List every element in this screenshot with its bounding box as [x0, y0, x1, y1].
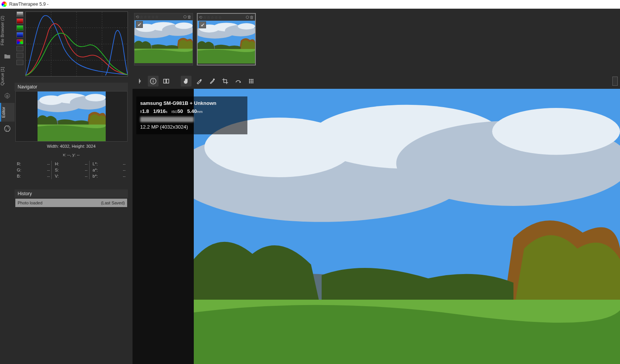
svg-point-20	[213, 79, 214, 80]
before-after-button[interactable]	[161, 76, 172, 87]
thumb-rating[interactable]: ☆☆☆☆☆	[203, 15, 245, 20]
thumbnail-2[interactable]: ⟲ ☆☆☆☆☆ 🗑 ✔	[197, 13, 256, 65]
nav-S-label: S:	[52, 167, 61, 173]
thumb-image	[198, 21, 255, 64]
nav-a-label: a*:	[89, 167, 99, 173]
svg-point-7	[6, 95, 9, 98]
nav-a-value: --	[99, 167, 127, 173]
exif-iso-value: 50	[177, 108, 183, 114]
thumb-color-label-icon[interactable]	[246, 16, 249, 19]
exif-filename-redacted	[140, 117, 194, 122]
svg-rect-16	[153, 81, 154, 83]
toggle-left-panel-button[interactable]	[135, 76, 146, 87]
histogram-mode-toggle[interactable]	[16, 46, 23, 51]
histogram-luma-toggle[interactable]	[16, 11, 23, 17]
nav-H-label: H:	[52, 161, 61, 167]
svg-point-8	[5, 126, 10, 131]
navigator-title: Navigator	[15, 83, 128, 91]
navigator-preview[interactable]	[15, 91, 128, 142]
nav-R-label: R:	[15, 161, 23, 167]
tab-editor[interactable]: Editor	[0, 103, 15, 122]
exif-shutter: 1/916	[153, 108, 166, 114]
tab-queue[interactable]: Queue [1]	[0, 63, 15, 89]
crop-button[interactable]	[220, 76, 231, 87]
nav-S-value: --	[61, 167, 89, 173]
histogram-channel-buttons	[15, 11, 25, 65]
aperture-icon[interactable]	[3, 125, 11, 132]
exif-shutter-unit: s	[165, 110, 167, 114]
editor-toolbar	[133, 74, 620, 88]
exif-focal-unit: mm	[197, 110, 203, 114]
white-balance-picker-button[interactable]	[194, 76, 204, 87]
filmstrip: ⟲ ☆☆☆☆☆ 🗑 ✔ ⟲ ☆☆☆☆☆ 🗑 ✔	[133, 11, 620, 67]
history-entry[interactable]: Photo loaded (Last Saved)	[15, 199, 127, 207]
nav-L-label: L*:	[89, 161, 99, 167]
left-tab-rail: File Browser (2) Queue [1] Editor	[0, 9, 15, 364]
exif-focal: 5.40	[187, 108, 197, 114]
thumbnail-1[interactable]: ⟲ ☆☆☆☆☆ 🗑 ✔	[134, 13, 193, 65]
nav-b-value: --	[99, 173, 127, 179]
trash-icon[interactable]: 🗑	[250, 15, 254, 20]
nav-V-label: V:	[52, 173, 61, 179]
svg-rect-19	[167, 79, 169, 83]
exif-megapixels: 12.2 MP (4032x3024)	[140, 123, 244, 131]
perspective-button[interactable]	[246, 76, 257, 87]
window-title: RawTherapee 5.9 -	[9, 2, 49, 7]
histogram-bar-toggle[interactable]	[16, 53, 23, 58]
nav-G-label: G:	[15, 167, 23, 173]
folder-icon[interactable]	[3, 52, 11, 60]
histogram-panel	[25, 11, 128, 77]
nav-G-value: --	[23, 167, 52, 173]
toggle-right-panel-button[interactable]	[612, 77, 618, 86]
histogram-chroma-toggle[interactable]	[16, 39, 23, 44]
gear-icon[interactable]	[3, 92, 11, 100]
nav-V-value: --	[61, 173, 89, 179]
histogram-opt-toggle[interactable]	[16, 60, 23, 65]
thumb-profile-icon[interactable]: ⟲	[199, 15, 202, 20]
tab-file-browser[interactable]: File Browser (2)	[0, 12, 15, 49]
main-preview[interactable]: samsung SM-G981B + Unknown f/1.8 1/916s …	[133, 89, 620, 364]
navigator-dimensions: Width: 4032, Height: 3024	[15, 144, 128, 149]
navigator-color-readout: R:-- H:-- L*:-- G:-- S:-- a*:-- B:-- V:-…	[15, 161, 127, 179]
exif-camera: samsung SM-G981B + Unknown	[140, 100, 244, 108]
exif-iso-prefix: ISO	[172, 110, 178, 114]
window-titlebar: RawTherapee 5.9 -	[0, 0, 620, 9]
history-entry-label: Photo loaded	[18, 201, 43, 205]
history-entry-saved: (Last Saved)	[101, 201, 125, 205]
exif-f-value: 1.8	[142, 108, 149, 114]
preview-image	[194, 89, 620, 364]
thumb-color-label-icon[interactable]	[183, 15, 186, 18]
thumb-image	[134, 20, 193, 63]
info-button[interactable]	[148, 76, 159, 87]
thumb-profile-icon[interactable]: ⟲	[136, 15, 139, 20]
svg-point-17	[153, 79, 154, 80]
exif-info-overlay: samsung SM-G981B + Unknown f/1.8 1/916s …	[136, 96, 247, 134]
thumb-checkbox[interactable]: ✔	[199, 21, 206, 28]
nav-B-value: --	[23, 173, 52, 179]
thumb-checkbox[interactable]: ✔	[136, 21, 143, 28]
svg-rect-18	[164, 79, 166, 83]
navigator-coords: x: --, y: --	[15, 152, 128, 157]
trash-icon[interactable]: 🗑	[187, 15, 191, 19]
history-title: History	[15, 189, 128, 198]
thumb-rating[interactable]: ☆☆☆☆☆	[140, 15, 183, 19]
histogram-blue-toggle[interactable]	[16, 32, 23, 38]
histogram-red-toggle[interactable]	[16, 18, 23, 24]
nav-L-value: --	[99, 161, 127, 167]
nav-B-label: B:	[15, 173, 23, 179]
nav-H-value: --	[61, 161, 89, 167]
exif-exposure-line: f/1.8 1/916s ISO50 5.40mm	[140, 108, 244, 116]
hand-tool-button[interactable]	[181, 76, 191, 87]
color-picker-button[interactable]	[207, 76, 218, 87]
straighten-button[interactable]	[233, 76, 244, 87]
app-logo-icon	[2, 2, 7, 7]
nav-b-label: b*:	[89, 173, 99, 179]
nav-R-value: --	[23, 161, 52, 167]
histogram-green-toggle[interactable]	[16, 25, 23, 31]
